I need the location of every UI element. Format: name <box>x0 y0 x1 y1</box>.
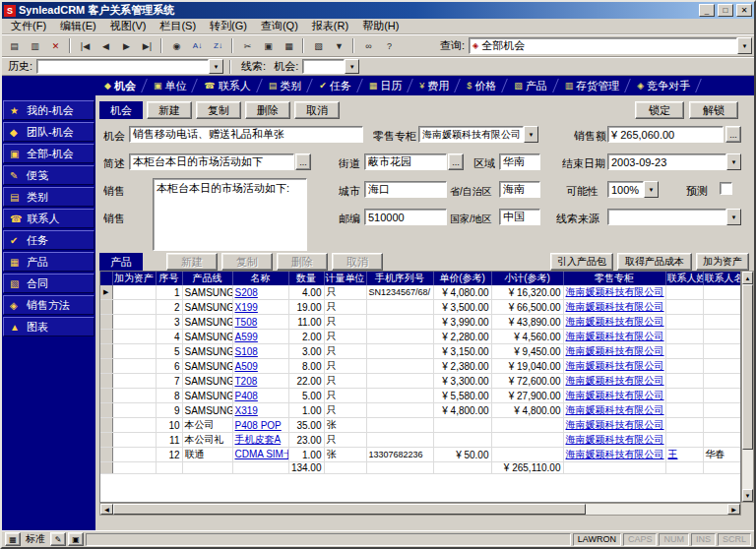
scroll-right-icon[interactable]: ▶ <box>727 504 740 515</box>
scroll-down-icon[interactable]: ▼ <box>742 489 753 502</box>
cell-retail-counter-link[interactable]: 海南媛颖科技有限公司 <box>563 344 665 359</box>
cell-add-as-asset[interactable] <box>112 315 156 330</box>
sidebar-item-categories[interactable]: ▤ 类别 <box>3 187 94 207</box>
unlock-button[interactable]: 解锁 <box>689 101 738 119</box>
street-input[interactable]: 蔽市花园 <box>364 153 447 170</box>
cell-product-name-link[interactable]: S208 <box>232 285 288 300</box>
column-header[interactable]: 联系人姓 <box>665 272 703 285</box>
cell-contact-last-name[interactable] <box>665 344 703 359</box>
table-row[interactable]: 7 SAMSUNG T208 22.00 只 ¥ 3,300.00 ¥ 72,6… <box>100 374 740 389</box>
table-row[interactable]: 11 本公司礼 手机皮套A 23.00 只 海南媛颖科技有限公司 <box>100 433 740 448</box>
zip-input[interactable]: 510000 <box>364 209 447 225</box>
cut-icon[interactable]: ✂ <box>237 36 258 55</box>
probability-combo[interactable]: 100% ▼ <box>607 181 659 198</box>
close-button[interactable]: ✕ <box>736 4 752 17</box>
table-row[interactable]: 2 SAMSUNG X199 19.00 只 ¥ 3,500.00 ¥ 66,5… <box>100 300 740 315</box>
list-view-icon[interactable]: ▣ <box>68 532 84 546</box>
cell-retail-counter-link[interactable]: 海南媛颖科技有限公司 <box>563 330 665 344</box>
cell-add-as-asset[interactable] <box>112 330 156 344</box>
sidebar-item-tasks[interactable]: ✔ 任务 <box>3 230 94 250</box>
tab-price[interactable]: $ 价格 <box>458 76 505 95</box>
menu-view[interactable]: 视图(V) <box>103 18 154 34</box>
probability-arrow-icon[interactable]: ▼ <box>644 181 659 198</box>
scroll-up-icon[interactable]: ▲ <box>742 272 753 284</box>
street-more-button[interactable]: ... <box>448 153 464 170</box>
sort-asc-icon[interactable]: A↓ <box>187 36 208 55</box>
cell-product-name-link[interactable]: A599 <box>232 330 288 344</box>
copy-icon[interactable]: ▣ <box>258 36 279 55</box>
table-vertical-scrollbar[interactable]: ▲ ▼ <box>741 271 754 503</box>
column-header[interactable]: 数量 <box>288 272 324 285</box>
product-copy-button[interactable]: 复制 <box>221 253 273 271</box>
cell-retail-counter-link[interactable]: 海南媛颖科技有限公司 <box>563 374 665 389</box>
row-selector[interactable] <box>100 344 112 359</box>
product-delete-button[interactable]: 删除 <box>277 253 328 271</box>
cell-add-as-asset[interactable] <box>112 389 156 403</box>
cell-retail-counter-link[interactable]: 海南媛颖科技有限公司 <box>563 300 665 315</box>
row-selector[interactable] <box>100 418 112 433</box>
row-selector[interactable] <box>100 389 112 403</box>
cell-contact-last-name[interactable] <box>665 389 703 403</box>
cell-contact-last-name[interactable] <box>665 285 703 300</box>
table-row[interactable]: 3 SAMSUNG T508 11.00 只 ¥ 3,990.00 ¥ 43,8… <box>100 315 740 330</box>
sidebar-item-my-opportunities[interactable]: ★ 我的-机会 <box>3 100 94 120</box>
brief-input[interactable]: 本柜台本日的市场活动如下 <box>129 153 294 170</box>
cell-product-name-link[interactable]: CDMA SIM卡 <box>232 448 288 462</box>
scope-combo-arrow-icon[interactable]: ▼ <box>345 59 359 74</box>
cell-product-name-link[interactable]: S108 <box>232 344 288 359</box>
cell-product-name-link[interactable]: X319 <box>232 403 288 418</box>
sidebar-item-products[interactable]: ▦ 产品 <box>3 252 94 272</box>
cell-contact-last-name[interactable] <box>665 359 703 374</box>
opportunity-delete-button[interactable]: 删除 <box>245 101 290 119</box>
cell-contact-last-name[interactable] <box>665 330 703 344</box>
cell-add-as-asset[interactable] <box>112 418 156 433</box>
tab-calendar[interactable]: ▦ 日历 <box>360 76 411 95</box>
import-product-package-button[interactable]: 引入产品包 <box>550 253 613 271</box>
column-header[interactable]: 小计(参考) <box>491 272 563 285</box>
tab-products[interactable]: ▧ 产品 <box>505 76 556 95</box>
history-combo[interactable]: ▼ <box>36 59 223 74</box>
column-header[interactable]: 序号 <box>156 272 182 285</box>
end-date-arrow-icon[interactable]: ▼ <box>726 153 741 170</box>
table-row[interactable]: ▶ 1 SAMSUNG S208 4.00 只 SN1234567/68/ ¥ … <box>100 285 740 300</box>
sales-amount-input[interactable]: ¥ 265,060.00 <box>607 126 724 143</box>
sort-desc-icon[interactable]: Z↓ <box>208 36 228 55</box>
cell-contact-last-name[interactable] <box>665 403 703 418</box>
retail-counter-arrow-icon[interactable]: ▼ <box>524 126 538 143</box>
tab-company[interactable]: ▣ 单位 <box>145 76 196 95</box>
query-combo-arrow-icon[interactable]: ▼ <box>737 37 752 54</box>
cell-retail-counter-link[interactable]: 海南媛颖科技有限公司 <box>563 403 665 418</box>
product-new-button[interactable]: 新建 <box>166 253 218 271</box>
sidebar-item-team-opportunities[interactable]: ◆ 团队-机会 <box>3 122 94 142</box>
find-icon[interactable]: ∞ <box>358 36 379 55</box>
cell-add-as-asset[interactable] <box>112 448 156 462</box>
cell-contact-last-name[interactable] <box>665 315 703 330</box>
menu-report[interactable]: 报表(R) <box>305 18 355 34</box>
row-selector[interactable]: ▶ <box>100 285 112 300</box>
row-selector[interactable] <box>100 448 112 462</box>
sales-amount-more-button[interactable]: ... <box>725 126 741 143</box>
cell-product-name-link[interactable]: T508 <box>232 315 288 330</box>
product-cancel-button[interactable]: 取消 <box>332 253 383 271</box>
city-input[interactable]: 海口 <box>364 181 447 198</box>
new-record-icon[interactable]: ▤ <box>4 36 25 55</box>
last-record-icon[interactable]: ▶| <box>137 36 158 55</box>
tab-inventory[interactable]: ▥ 存货管理 <box>556 76 629 95</box>
history-combo-arrow-icon[interactable]: ▼ <box>209 59 223 74</box>
scope-combo[interactable]: ▼ <box>302 59 359 74</box>
cell-retail-counter-link[interactable]: 海南媛颖科技有限公司 <box>563 418 665 433</box>
cell-add-as-asset[interactable] <box>112 344 156 359</box>
cell-retail-counter-link[interactable]: 海南媛颖科技有限公司 <box>563 433 665 448</box>
cell-retail-counter-link[interactable]: 海南媛颖科技有限公司 <box>563 315 665 330</box>
table-row[interactable]: 4 SAMSUNG A599 2.00 只 ¥ 2,280.00 ¥ 4,560… <box>100 330 740 344</box>
menu-file[interactable]: 文件(F) <box>4 18 53 34</box>
column-header[interactable]: 零售专柜 <box>563 272 665 285</box>
opportunity-new-button[interactable]: 新建 <box>147 101 192 119</box>
scroll-left-icon[interactable]: ◀ <box>100 504 113 515</box>
cell-product-name-link[interactable]: A509 <box>232 359 288 374</box>
grid-view-icon[interactable]: ▦ <box>5 532 21 546</box>
column-header[interactable]: 联系人名 <box>703 272 740 285</box>
zoom-icon[interactable]: ◉ <box>166 36 187 55</box>
row-selector[interactable] <box>100 403 112 418</box>
first-record-icon[interactable]: |◀ <box>75 36 95 55</box>
